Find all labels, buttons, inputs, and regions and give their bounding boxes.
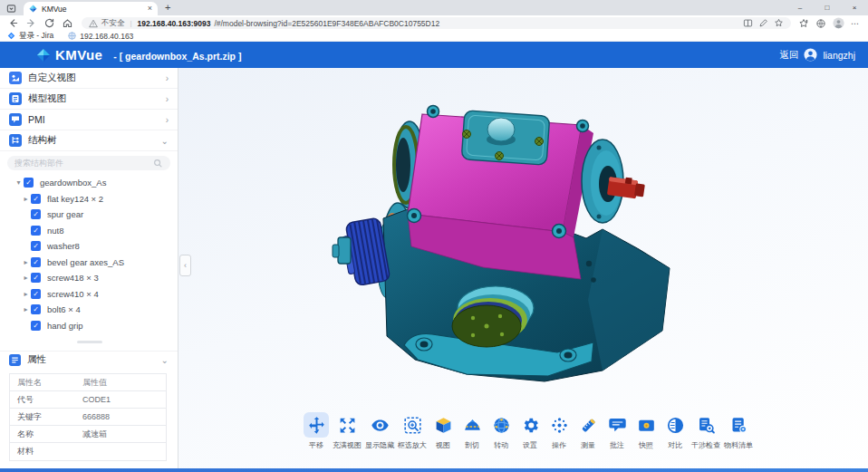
tool-label: 框选放大 (398, 440, 427, 450)
search-input[interactable] (14, 159, 153, 168)
tree-item[interactable]: ✓ hand grip (0, 318, 178, 334)
address-bar[interactable]: 不安全 | 192.168.40.163:9093 /#/model-brows… (82, 17, 791, 29)
tool-label: 干涉检查 (691, 440, 720, 450)
more-menu-icon[interactable]: ⋯ (851, 19, 859, 28)
return-button[interactable]: 返回 (779, 49, 798, 62)
checkbox-checked[interactable]: ✓ (31, 226, 41, 236)
tool-operate[interactable]: 操作 (546, 412, 572, 450)
tool-section[interactable]: 剖切 (459, 412, 485, 450)
tab-close-icon[interactable]: × (148, 5, 152, 13)
checkbox-checked[interactable]: ✓ (31, 194, 41, 204)
bookmark-label: 登录 - Jira (19, 31, 53, 42)
tree-horizontal-scrollbar[interactable] (0, 341, 178, 344)
settings-icon (517, 412, 543, 438)
profile-avatar-icon[interactable] (833, 17, 844, 29)
tree-item[interactable]: ✓ spur gear (0, 207, 178, 223)
bookmark-jira[interactable]: 登录 - Jira (7, 31, 53, 42)
caret-down-icon[interactable]: ▾ (14, 178, 24, 187)
properties-table: 属性名 属性值 代号 CODE1 关键字 666888 名称 减速箱 材料 (9, 373, 167, 461)
checkbox-checked[interactable]: ✓ (31, 321, 41, 331)
split-screen-icon[interactable] (743, 18, 753, 28)
tool-pan[interactable]: 平移 (304, 412, 329, 450)
browser-chrome: KMVue × + – □ × 不安全 | 192.168.40.163:909… (0, 0, 868, 42)
app-header: KMVue - [ geardownbox_As.prt.zip ] 返回 li… (0, 42, 868, 68)
tree-item-label: flat key124 × 2 (47, 194, 103, 204)
checkbox-checked[interactable]: ✓ (31, 257, 41, 267)
checkbox-checked[interactable]: ✓ (31, 241, 41, 251)
tab-actions-icon[interactable] (5, 3, 17, 14)
collections-star-icon[interactable] (798, 18, 809, 29)
properties-panel-header[interactable]: 属性 ⌄ (0, 351, 178, 368)
url-host: 192.168.40.163:9093 (138, 19, 211, 28)
browser-tab[interactable]: KMVue × (24, 2, 158, 15)
favorite-star-icon[interactable] (774, 18, 784, 28)
tool-measure[interactable]: 测量 (575, 412, 601, 450)
reload-icon[interactable] (40, 16, 58, 30)
tool-annotate[interactable]: 批注 (604, 412, 630, 450)
structure-search[interactable] (7, 156, 170, 170)
model-3d-view[interactable] (331, 73, 675, 413)
tool-label: 平移 (309, 440, 323, 450)
tool-settings[interactable]: 设置 (517, 412, 543, 450)
checkbox-checked[interactable]: ✓ (31, 273, 41, 283)
tree-item[interactable]: ▸ ✓ flat key124 × 2 (0, 191, 178, 207)
caret-right-icon[interactable]: ▸ (21, 290, 31, 298)
property-value: CODE1 (73, 395, 166, 404)
checkbox-checked[interactable]: ✓ (31, 289, 41, 299)
section-icon (459, 412, 485, 438)
tool-bom[interactable]: 物料清单 (724, 412, 753, 450)
security-label: 不安全 (101, 18, 125, 29)
tree-item[interactable]: ✓ nut8 (0, 223, 178, 239)
edit-icon[interactable] (758, 18, 768, 28)
user-avatar-icon[interactable] (804, 48, 817, 62)
jira-gem-icon (7, 32, 15, 40)
caret-right-icon[interactable]: ▸ (21, 258, 31, 266)
tool-show-hide[interactable]: 显示隐藏 (365, 412, 394, 450)
custom-views-icon (9, 72, 22, 84)
tool-fit-view[interactable]: 充满视图 (333, 412, 362, 450)
tree-item[interactable]: ▸ ✓ screw410 × 4 (0, 286, 178, 303)
caret-right-icon[interactable]: ▸ (21, 305, 31, 313)
model-viewport[interactable]: ‹ (178, 68, 868, 472)
tool-compare[interactable]: 对比 (662, 412, 688, 450)
extensions-icon[interactable] (815, 18, 826, 29)
checkbox-checked[interactable]: ✓ (31, 304, 41, 314)
tree-item[interactable]: ✓ washer8 (0, 238, 178, 255)
checkbox-checked[interactable]: ✓ (31, 209, 41, 219)
tool-view[interactable]: 视图 (430, 412, 456, 450)
tree-item-root[interactable]: ▾ ✓ geardownbox_As (0, 175, 178, 191)
open-file-title: - [ geardownbox_As.prt.zip ] (113, 51, 241, 62)
forward-icon[interactable] (22, 16, 40, 30)
tree-item[interactable]: ▸ ✓ screw418 × 3 (0, 270, 178, 286)
panel-model-views[interactable]: 模型视图 › (0, 89, 178, 110)
tool-label: 充满视图 (333, 440, 362, 450)
tool-interference-check[interactable]: 干涉检查 (691, 412, 720, 450)
table-row: 关键字 666888 (10, 409, 166, 426)
panel-custom-views[interactable]: 自定义视图 › (0, 68, 178, 89)
panel-structure-tree[interactable]: 结构树 ⌄ (0, 130, 178, 151)
caret-right-icon[interactable]: ▸ (21, 195, 31, 203)
panel-label: 结构树 (28, 134, 155, 147)
close-button[interactable]: × (841, 0, 868, 15)
sidebar-collapse-button[interactable]: ‹ (179, 255, 191, 276)
new-tab-button[interactable]: + (165, 3, 170, 13)
tool-snapshot[interactable]: 快照 (633, 412, 659, 450)
tree-item-label: screw418 × 3 (47, 273, 99, 283)
column-header: 属性值 (73, 377, 166, 389)
back-icon[interactable] (4, 16, 22, 30)
tool-box-zoom[interactable]: 框选放大 (398, 412, 427, 450)
checkbox-checked[interactable]: ✓ (24, 178, 34, 188)
tool-rotate[interactable]: 转动 (488, 412, 514, 450)
minimize-button[interactable]: – (786, 0, 814, 15)
maximize-button[interactable]: □ (814, 0, 841, 15)
tree-item[interactable]: ▸ ✓ bevel gear axes_AS (0, 255, 178, 271)
panel-pmi[interactable]: PMI › (0, 110, 178, 130)
home-icon[interactable] (58, 16, 76, 30)
fit-view-icon (334, 412, 360, 438)
caret-right-icon[interactable]: ▸ (21, 274, 31, 282)
tool-label: 测量 (581, 440, 595, 450)
bookmark-ip[interactable]: 192.168.40.163 (68, 32, 133, 41)
pmi-icon (9, 113, 22, 126)
tree-item[interactable]: ▸ ✓ bolt6 × 4 (0, 302, 178, 318)
tool-label: 显示隐藏 (365, 440, 394, 450)
